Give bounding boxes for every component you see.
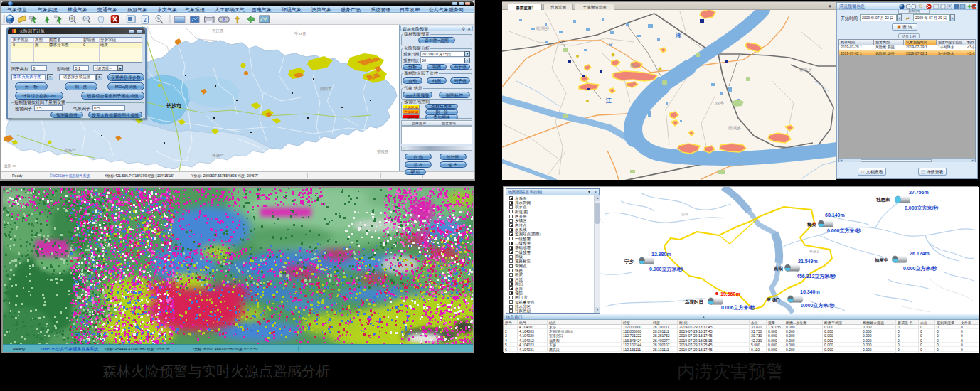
svg-text:鸟观时日: 鸟观时日: [684, 299, 703, 305]
svg-text:宁乡: 宁乡: [624, 259, 634, 264]
svg-text:社惠家: 社惠家: [875, 197, 890, 203]
svg-text:0.006立方米/秒: 0.006立方米/秒: [721, 304, 755, 311]
svg-text:R: R: [948, 4, 951, 9]
svg-text:吕阳: 吕阳: [774, 266, 783, 272]
svg-text:航xx: 航xx: [630, 63, 639, 68]
svg-text:望城: 望城: [681, 212, 688, 216]
svg-text:xx乡: xx乡: [715, 101, 724, 105]
svg-text:0.000立方米/秒: 0.000立方米/秒: [903, 265, 937, 272]
svg-text:株洲xx: 株洲xx: [211, 153, 224, 158]
svg-text:松湖乡: 松湖乡: [536, 26, 549, 31]
svg-text:娄底xx: 娄底xx: [64, 148, 76, 152]
svg-text:湘: 湘: [675, 32, 681, 38]
svg-text:江: 江: [605, 97, 612, 104]
svg-text:68.140m: 68.140m: [825, 213, 845, 218]
svg-text:毕xx县: 毕xx县: [294, 31, 307, 36]
svg-text:浏阳市: 浏阳市: [319, 87, 332, 92]
svg-text:雨城乡: 雨城乡: [728, 126, 741, 130]
svg-text:草场口: 草场口: [766, 297, 781, 303]
svg-text:12.980m: 12.980m: [651, 252, 671, 257]
svg-text:0.000立方米/秒: 0.000立方米/秒: [827, 227, 861, 234]
svg-text:19.660m: 19.660m: [720, 291, 740, 296]
svg-text:0.000立方米/秒: 0.000立方米/秒: [649, 266, 683, 272]
svg-text:长沙市: 长沙市: [166, 102, 181, 109]
svg-text:益阳 xx: 益阳 xx: [4, 164, 16, 168]
svg-text:21.549m: 21.549m: [798, 259, 818, 264]
svg-text:株洲县: 株洲县: [809, 249, 820, 254]
svg-text:2: 2: [143, 16, 147, 23]
svg-text:26.124m: 26.124m: [910, 251, 930, 256]
svg-text:0.000立方米/秒: 0.000立方米/秒: [801, 302, 835, 309]
svg-text:%: %: [157, 17, 160, 21]
svg-text:0.000立方米/秒: 0.000立方米/秒: [905, 205, 939, 211]
svg-text:平江县: 平江县: [212, 28, 224, 33]
svg-text:27.756m: 27.756m: [909, 190, 929, 195]
svg-text:456.312立方米/秒: 456.312立方米/秒: [797, 273, 836, 279]
svg-text:抽炭中: 抽炭中: [874, 257, 889, 263]
svg-text:茶陵县: 茶陵县: [377, 149, 389, 154]
svg-text:榔梨: 榔梨: [806, 222, 817, 227]
svg-text:榔埠乡: 榔埠乡: [799, 68, 812, 72]
svg-text:16.340m: 16.340m: [800, 289, 820, 294]
svg-text:xx: xx: [609, 42, 613, 46]
